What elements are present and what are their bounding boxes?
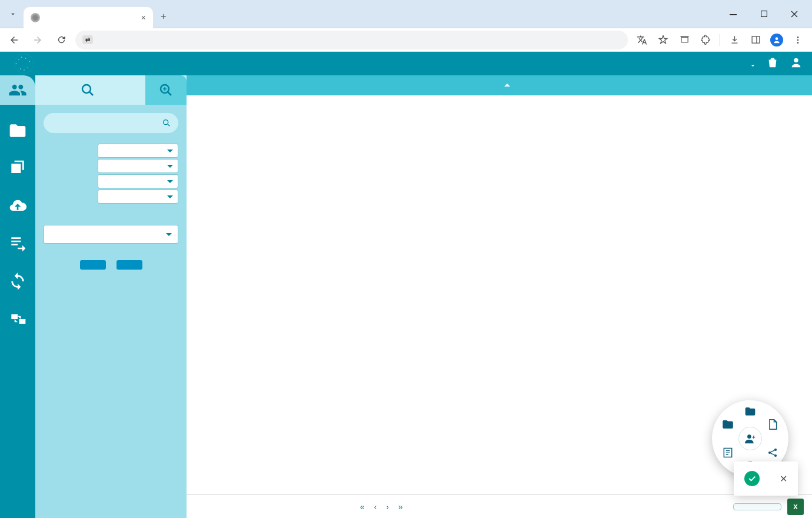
radial-add-user[interactable] [738, 427, 762, 450]
tab-search-dropdown[interactable] [5, 6, 21, 22]
radial-report[interactable] [720, 445, 736, 460]
success-icon [744, 471, 760, 486]
location-select[interactable] [44, 225, 178, 244]
logo-icon [9, 53, 39, 74]
rail-exchange[interactable] [8, 310, 27, 331]
search-icon[interactable] [162, 118, 171, 128]
rail-worklist[interactable] [8, 234, 27, 255]
forward-button[interactable] [28, 31, 47, 49]
address-bar[interactable]: ⇄ [75, 31, 628, 49]
filter-button[interactable] [733, 503, 781, 510]
new-tab-button[interactable]: + [155, 8, 172, 25]
svg-point-8 [797, 42, 799, 44]
rail-series[interactable] [8, 159, 27, 180]
app-header [0, 52, 812, 75]
search-panel [35, 75, 187, 518]
pager-first-icon[interactable]: « [360, 502, 365, 512]
user-icon[interactable] [790, 56, 803, 71]
browser-tab-strip: × + [0, 0, 812, 28]
radial-share[interactable] [765, 445, 780, 460]
downloads-icon[interactable] [725, 31, 744, 49]
translate-icon[interactable] [633, 31, 651, 49]
svg-rect-2 [681, 37, 687, 42]
radial-add-folder[interactable] [720, 417, 736, 432]
reload-button[interactable] [52, 31, 71, 49]
back-button[interactable] [5, 31, 24, 49]
pager-last-icon[interactable]: » [398, 502, 403, 512]
radial-document[interactable] [765, 417, 780, 432]
pager: « ‹ › » [360, 502, 403, 512]
svg-point-13 [29, 61, 30, 62]
toast-notification: ✕ [734, 461, 798, 496]
sort-icon[interactable] [743, 56, 756, 71]
app-root: ✕ « ‹ › » X [0, 52, 812, 518]
to-date-input[interactable] [98, 190, 178, 204]
minimize-button[interactable] [720, 5, 746, 24]
profile-button[interactable] [767, 31, 786, 49]
export-excel-button[interactable]: X [787, 499, 804, 515]
search-button[interactable] [117, 260, 142, 270]
tab-search[interactable] [35, 75, 145, 105]
svg-point-6 [797, 36, 799, 38]
svg-point-18 [794, 58, 798, 62]
svg-point-14 [16, 63, 17, 64]
maximize-button[interactable] [751, 5, 777, 24]
close-window-button[interactable] [781, 5, 807, 24]
bookmark-icon[interactable] [654, 31, 673, 49]
svg-point-10 [18, 59, 19, 60]
svg-point-12 [25, 58, 26, 59]
toast-close-icon[interactable]: ✕ [780, 473, 787, 484]
rail-patients[interactable] [0, 75, 35, 105]
rail-sync[interactable] [8, 272, 27, 293]
keyword-input[interactable] [44, 113, 178, 133]
browser-toolbar: ⇄ [0, 28, 812, 52]
main-content: ✕ « ‹ › » X [187, 75, 812, 518]
filter-select[interactable] [98, 144, 178, 158]
from-date-input[interactable] [98, 174, 178, 188]
rail-folder[interactable] [8, 121, 27, 142]
trash-icon[interactable] [766, 56, 779, 71]
svg-point-15 [27, 67, 28, 68]
svg-rect-0 [730, 14, 737, 15]
table-header [187, 75, 812, 95]
svg-point-21 [164, 120, 168, 125]
side-rail [0, 75, 35, 518]
svg-point-17 [24, 69, 25, 71]
svg-point-23 [768, 451, 771, 454]
site-settings-icon[interactable]: ⇄ [82, 35, 93, 44]
svg-rect-1 [761, 11, 767, 17]
menu-button[interactable] [788, 31, 807, 49]
svg-point-5 [776, 37, 778, 40]
favicon-icon [31, 13, 40, 22]
window-controls [720, 5, 807, 24]
svg-rect-3 [752, 36, 760, 43]
tab-advanced-search[interactable] [145, 75, 187, 105]
svg-point-25 [774, 454, 777, 457]
date-range-select[interactable] [98, 159, 178, 173]
sort-indicator-icon [504, 81, 510, 87]
rail-upload[interactable] [8, 197, 27, 218]
table-footer: « ‹ › » X [187, 494, 812, 518]
th-study-date[interactable] [497, 81, 603, 90]
svg-point-16 [20, 68, 21, 69]
sidepanel-icon[interactable] [746, 31, 765, 49]
svg-point-7 [797, 39, 799, 41]
clear-button[interactable] [80, 260, 106, 270]
extensions-icon[interactable] [696, 31, 715, 49]
browser-tab[interactable]: × [24, 7, 153, 28]
svg-point-26 [747, 434, 751, 439]
close-tab-icon[interactable]: × [141, 13, 146, 22]
radial-folder[interactable] [743, 404, 758, 419]
svg-point-24 [774, 449, 777, 451]
pager-prev-icon[interactable]: ‹ [374, 502, 377, 512]
tab-overview-icon[interactable] [675, 31, 694, 49]
pager-next-icon[interactable]: › [386, 502, 389, 512]
svg-point-11 [21, 57, 22, 58]
svg-point-19 [82, 85, 91, 93]
